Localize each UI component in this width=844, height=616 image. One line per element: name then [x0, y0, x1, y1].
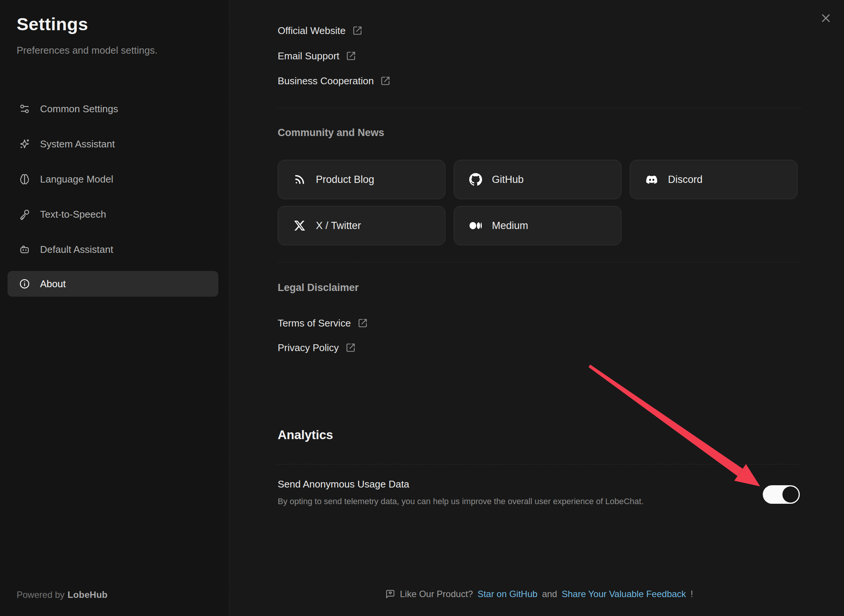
external-link-icon	[352, 26, 362, 36]
link-label: Email Support	[278, 50, 339, 62]
external-link-icon	[346, 51, 356, 61]
external-link-icon	[380, 76, 390, 86]
sidebar-item-language-model[interactable]: Language Model	[8, 166, 218, 192]
button-label: X / Twitter	[316, 220, 361, 232]
button-label: GitHub	[492, 174, 524, 186]
discord-button[interactable]: Discord	[630, 160, 798, 199]
legal-section-title: Legal Disclaimer	[278, 282, 359, 294]
usage-data-label: Send Anonymous Usage Data	[278, 478, 409, 490]
contact-section-title: Contact Us	[278, 0, 343, 2]
brand-lobehub[interactable]: LobeHub	[68, 590, 108, 600]
privacy-policy-link[interactable]: Privacy Policy	[278, 340, 356, 355]
x-icon	[293, 219, 306, 232]
sidebar-item-label: Language Model	[40, 173, 113, 185]
github-button[interactable]: GitHub	[454, 160, 621, 199]
footer-message-suffix: !	[691, 589, 693, 599]
github-icon	[469, 173, 482, 186]
terms-of-service-link[interactable]: Terms of Service	[278, 316, 368, 331]
footer-message-prefix: Like Our Product?	[400, 589, 473, 599]
settings-modal: Settings Preferences and model settings.…	[0, 0, 844, 616]
robot-icon	[19, 244, 30, 255]
sliders-icon	[19, 103, 30, 115]
product-blog-button[interactable]: Product Blog	[278, 160, 445, 199]
button-label: Discord	[668, 174, 703, 186]
link-label: Business Cooperation	[278, 75, 374, 87]
business-cooperation-link[interactable]: Business Cooperation	[278, 73, 390, 88]
star-on-github-link[interactable]: Star on GitHub	[478, 589, 538, 599]
sidebar-item-label: System Assistant	[40, 138, 115, 150]
sidebar-item-label: Default Assistant	[40, 244, 113, 255]
about-panel: Contact Us Official Website Email Suppor…	[230, 0, 844, 616]
powered-by: Powered byLobeHub	[17, 590, 108, 600]
sidebar-item-system-assistant[interactable]: System Assistant	[8, 131, 218, 157]
sidebar-item-label: Common Settings	[40, 103, 118, 115]
sidebar-item-default-assistant[interactable]: Default Assistant	[8, 237, 218, 262]
sparkles-icon	[19, 138, 30, 150]
usage-data-description: By opting to send telemetry data, you ca…	[278, 497, 644, 506]
link-label: Official Website	[278, 25, 346, 37]
sidebar-item-about[interactable]: About	[8, 271, 218, 297]
medium-icon	[469, 219, 482, 232]
link-label: Privacy Policy	[278, 342, 339, 354]
rss-icon	[293, 173, 306, 186]
analytics-section-title: Analytics	[278, 428, 333, 442]
sidebar-item-label: Text-to-Speech	[40, 209, 106, 220]
close-icon	[820, 12, 832, 24]
close-button[interactable]	[815, 8, 836, 29]
toggle-knob	[782, 486, 799, 503]
external-link-icon	[346, 343, 356, 353]
brain-icon	[19, 173, 30, 185]
medium-button[interactable]: Medium	[454, 206, 621, 245]
info-icon	[19, 278, 30, 289]
button-label: Product Blog	[316, 174, 374, 186]
settings-sidebar: Settings Preferences and model settings.…	[0, 0, 229, 616]
sidebar-item-label: About	[40, 278, 66, 290]
discord-icon	[645, 173, 658, 186]
mic-icon	[19, 209, 30, 220]
x-twitter-button[interactable]: X / Twitter	[278, 206, 445, 245]
usage-data-toggle[interactable]	[763, 485, 800, 504]
external-link-icon	[358, 318, 368, 328]
email-support-link[interactable]: Email Support	[278, 48, 356, 63]
share-feedback-link[interactable]: Share Your Valuable Feedback	[562, 589, 686, 599]
footer-message-conjunction: and	[542, 589, 557, 599]
sidebar-item-text-to-speech[interactable]: Text-to-Speech	[8, 201, 218, 227]
sidebar-item-common-settings[interactable]: Common Settings	[8, 96, 218, 122]
powered-by-prefix: Powered by	[17, 590, 65, 600]
button-label: Medium	[492, 220, 528, 232]
community-section-title: Community and News	[278, 127, 384, 139]
section-divider	[278, 262, 801, 262]
section-divider	[278, 464, 801, 464]
feedback-bubble-icon	[385, 589, 395, 599]
page-title: Settings	[17, 14, 88, 34]
section-divider	[278, 108, 801, 108]
official-website-link[interactable]: Official Website	[278, 23, 362, 38]
footer-message: Like Our Product? Star on GitHub and Sha…	[278, 589, 801, 599]
link-label: Terms of Service	[278, 317, 351, 329]
page-subtitle: Preferences and model settings.	[17, 45, 158, 56]
